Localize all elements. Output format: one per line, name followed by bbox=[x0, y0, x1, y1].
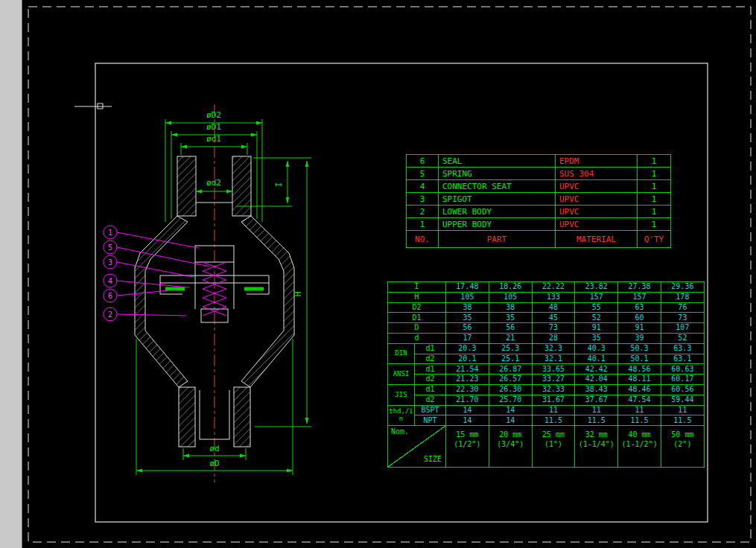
dims-value: 35 bbox=[446, 313, 489, 323]
dims-value: 32.1 bbox=[533, 354, 576, 365]
dim-label-dia-d1: ød1 bbox=[206, 134, 221, 144]
dims-value: 17.48 bbox=[446, 282, 489, 293]
dims-size: 15 mm(1/2") bbox=[446, 426, 489, 468]
dims-sub-label: NPT bbox=[415, 415, 446, 426]
dims-sub-label: d2 bbox=[415, 354, 446, 365]
break-mark bbox=[74, 103, 112, 109]
dims-value: 76 bbox=[661, 303, 705, 313]
dims-value: 33.65 bbox=[533, 364, 576, 375]
part-name: SPRING bbox=[439, 168, 556, 180]
dims-group-label: ANSI bbox=[388, 364, 415, 385]
dims-value: 21.23 bbox=[446, 375, 489, 385]
dims-value: 33.27 bbox=[533, 375, 576, 385]
part-no: 2 bbox=[407, 206, 439, 218]
dimension-dia-d2: ød2 bbox=[196, 178, 232, 191]
balloon-number: 3 bbox=[108, 258, 112, 267]
dims-value: 157 bbox=[618, 293, 661, 303]
part-name: SEAL bbox=[439, 155, 556, 168]
dims-value: 63 bbox=[618, 303, 661, 313]
dims-value: 105 bbox=[489, 293, 533, 303]
dims-value: 38 bbox=[489, 303, 533, 313]
dims-value: 17 bbox=[446, 334, 489, 344]
dims-value: 56 bbox=[446, 323, 489, 334]
dims-value: 39 bbox=[618, 334, 661, 344]
dims-value: 20.3 bbox=[446, 344, 489, 354]
dim-label-dia-D2: øD2 bbox=[206, 110, 221, 120]
dims-value: 11.5 bbox=[575, 415, 618, 426]
dims-value: 50.3 bbox=[618, 344, 661, 354]
balloon-callout-4: 4 bbox=[104, 274, 189, 287]
dims-value: 21 bbox=[489, 334, 533, 344]
dim-label-height-H: H bbox=[293, 292, 303, 297]
dims-sub-label: d2 bbox=[415, 375, 446, 385]
dims-value: 11 bbox=[661, 406, 705, 416]
dims-value: 91 bbox=[575, 323, 618, 334]
dims-group-label: DIN bbox=[388, 344, 415, 365]
dims-value: 56 bbox=[489, 323, 533, 334]
dims-sub-label: BSPT bbox=[415, 406, 446, 416]
dims-row-label: d bbox=[388, 334, 446, 344]
part-qty: 1 bbox=[638, 168, 671, 180]
dims-value: 35 bbox=[489, 313, 533, 323]
dim-label-dia-D1: øD1 bbox=[206, 122, 221, 132]
dims-size-line: (1") bbox=[544, 441, 562, 449]
dims-value: 73 bbox=[661, 313, 705, 323]
dims-size-line: (2") bbox=[673, 441, 691, 449]
dims-value: 47.54 bbox=[618, 395, 661, 406]
dims-value: 107 bbox=[661, 323, 705, 334]
corner-size-label: SIZE bbox=[424, 456, 442, 464]
dims-value: 63.3 bbox=[661, 344, 705, 354]
dims-value: 50.1 bbox=[618, 354, 661, 365]
dims-value: 60.56 bbox=[661, 385, 705, 395]
dims-value: 26.30 bbox=[489, 385, 533, 395]
dims-value: 38 bbox=[446, 303, 489, 313]
dims-value: 14 bbox=[489, 406, 533, 416]
dims-value: 21.70 bbox=[446, 395, 489, 406]
dims-value: 22.30 bbox=[446, 385, 489, 395]
part-material: UPVC bbox=[556, 180, 638, 193]
part-qty: 1 bbox=[638, 193, 671, 206]
dims-sub-label: d1 bbox=[415, 364, 446, 375]
dims-value: 42.04 bbox=[575, 375, 618, 385]
dims-value: 27.38 bbox=[618, 282, 661, 293]
dims-value: 42.42 bbox=[575, 364, 618, 375]
dims-value: 14 bbox=[446, 415, 489, 426]
dims-value: 32.33 bbox=[533, 385, 576, 395]
dims-value: 25.70 bbox=[489, 395, 533, 406]
dim-label-dia-d: ød bbox=[209, 444, 219, 453]
dims-sub-label: d1 bbox=[415, 344, 446, 354]
dims-value: 26.87 bbox=[489, 364, 533, 375]
dims-value: 60.17 bbox=[661, 375, 705, 385]
valve-section-view: 1 5 3 4 6 2 bbox=[104, 104, 311, 482]
part-qty: 1 bbox=[638, 206, 671, 218]
dims-value: 11.5 bbox=[661, 415, 705, 426]
part-name: CONNECTOR SEAT bbox=[439, 180, 556, 193]
dims-size-line: (1/2") bbox=[454, 441, 480, 449]
part-no: 4 bbox=[407, 180, 439, 193]
balloon-number: 5 bbox=[108, 243, 112, 252]
dims-value: 11 bbox=[618, 406, 661, 416]
dims-size-line: (1-1/2") bbox=[622, 441, 658, 449]
dims-value: 21.54 bbox=[446, 364, 489, 375]
dims-value: 28 bbox=[533, 334, 576, 344]
dims-size: 32 mm(1-1/4") bbox=[575, 426, 618, 468]
part-material: UPVC bbox=[556, 193, 638, 206]
part-material: UPVC bbox=[556, 218, 638, 231]
dims-value: 23.82 bbox=[575, 282, 618, 293]
dims-value: 25.1 bbox=[489, 354, 533, 365]
dims-row-label: H bbox=[388, 293, 446, 303]
part-material: SUS 304 bbox=[556, 168, 638, 180]
dims-value: 29.36 bbox=[661, 282, 705, 293]
dims-size-line: 15 mm bbox=[456, 431, 478, 439]
dims-value: 22.22 bbox=[533, 282, 576, 293]
dim-label-dia-D: øD bbox=[209, 459, 219, 468]
dimension-dia-d1: ød1 bbox=[181, 134, 247, 155]
dims-group-label: JIS bbox=[388, 385, 415, 406]
parts-header-no: NO. bbox=[407, 231, 439, 248]
dims-size: 40 mm(1-1/2") bbox=[618, 426, 661, 468]
dims-size-line: 32 mm bbox=[585, 431, 608, 439]
dims-value: 45 bbox=[533, 313, 576, 323]
dims-sub-label: d2 bbox=[415, 395, 446, 406]
dim-label-depth-I: I bbox=[274, 182, 284, 188]
dims-size: 50 mm(2") bbox=[661, 426, 705, 468]
